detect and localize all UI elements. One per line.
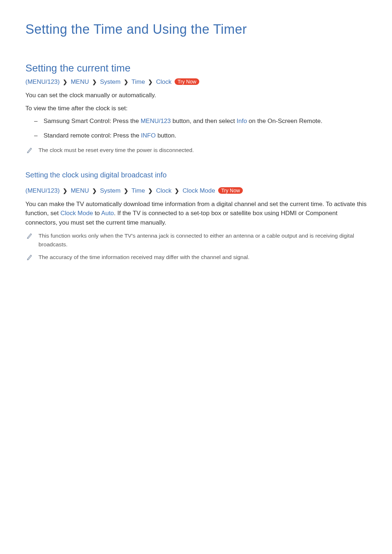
list-text: on the On-Screen Remote.: [247, 118, 322, 124]
note: This function works only when the TV's a…: [25, 231, 367, 249]
list-text: button, and then select: [171, 118, 237, 124]
breadcrumb-menu123: MENU/123: [28, 187, 58, 194]
inline-link-info: INFO: [141, 132, 156, 139]
try-now-badge[interactable]: Try Now: [218, 187, 243, 194]
inline-link-info: Info: [237, 118, 247, 124]
chevron-right-icon: ❯: [124, 188, 128, 194]
inline-link-menu123: MENU/123: [140, 118, 171, 124]
note: The clock must be reset every time the p…: [25, 146, 367, 154]
paragraph: You can set the clock manually or automa…: [25, 91, 367, 100]
note-text: This function works only when the TV's a…: [38, 231, 367, 249]
list-item: Standard remote control: Press the INFO …: [25, 131, 367, 140]
paragraph: To view the time after the clock is set:: [25, 104, 367, 113]
note: The accuracy of the time information rec…: [25, 253, 367, 261]
pencil-icon: [27, 232, 32, 239]
breadcrumb-paren-close: ): [58, 78, 60, 85]
breadcrumb-time: Time: [131, 78, 145, 85]
breadcrumb-clock: Clock: [156, 187, 172, 194]
pencil-icon: [27, 147, 32, 153]
breadcrumb-paren-close: ): [58, 187, 60, 194]
breadcrumb: (MENU/123) ❯ MENU ❯ System ❯ Time ❯ Cloc…: [25, 187, 367, 194]
chevron-right-icon: ❯: [92, 79, 97, 85]
list-text: Standard remote control: Press the: [44, 132, 141, 139]
chevron-right-icon: ❯: [92, 188, 97, 194]
note-text: The accuracy of the time information rec…: [38, 253, 249, 261]
breadcrumb-clock: Clock: [156, 78, 172, 85]
breadcrumb-time: Time: [131, 187, 145, 194]
list-item: Samsung Smart Control: Press the MENU/12…: [25, 116, 367, 126]
chevron-right-icon: ❯: [148, 188, 153, 194]
chevron-right-icon: ❯: [148, 79, 153, 85]
breadcrumb: (MENU/123) ❯ MENU ❯ System ❯ Time ❯ Cloc…: [25, 78, 367, 86]
inline-link-clock-mode: Clock Mode: [60, 210, 93, 217]
bullet-list: Samsung Smart Control: Press the MENU/12…: [25, 116, 367, 141]
chevron-right-icon: ❯: [63, 188, 68, 194]
page-title: Setting the Time and Using the Timer: [25, 22, 367, 37]
breadcrumb-system: System: [100, 187, 121, 194]
breadcrumb-clock-mode: Clock Mode: [183, 187, 215, 194]
breadcrumb-menu123: MENU/123: [28, 78, 58, 85]
chevron-right-icon: ❯: [63, 79, 68, 85]
list-text: button.: [156, 132, 176, 139]
pencil-icon: [27, 254, 32, 260]
breadcrumb-menu: MENU: [71, 187, 89, 194]
paragraph-text: to: [93, 210, 101, 217]
list-text: Samsung Smart Control: Press the: [44, 118, 140, 124]
paragraph: You can make the TV automatically downlo…: [25, 200, 367, 227]
breadcrumb-menu: MENU: [71, 78, 89, 85]
section-heading-current-time: Setting the current time: [25, 62, 367, 74]
chevron-right-icon: ❯: [124, 79, 128, 85]
chevron-right-icon: ❯: [175, 188, 179, 194]
inline-link-auto: Auto: [101, 210, 114, 217]
note-text: The clock must be reset every time the p…: [38, 146, 194, 154]
breadcrumb-system: System: [100, 78, 121, 85]
subsection-heading-digital-broadcast: Setting the clock using digital broadcas…: [25, 171, 367, 179]
try-now-badge[interactable]: Try Now: [175, 78, 199, 85]
